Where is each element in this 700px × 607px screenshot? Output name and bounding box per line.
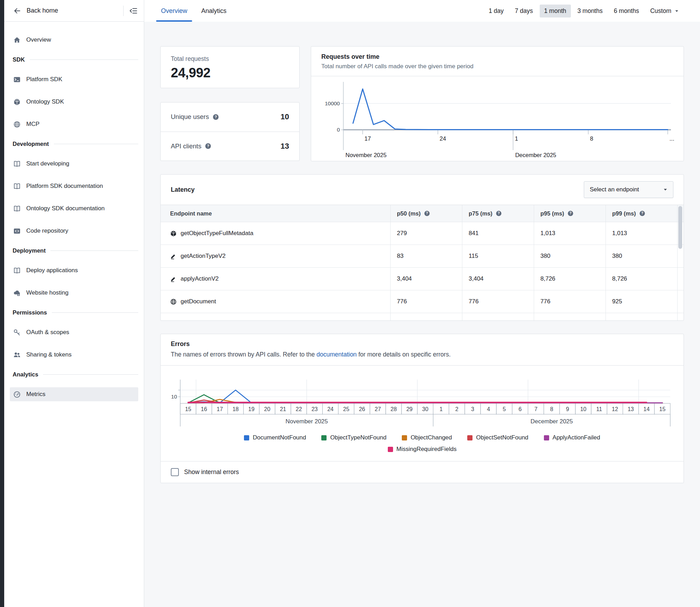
legend-item-objecttypenotfound[interactable]: ObjectTypeNotFound bbox=[321, 434, 386, 441]
requests-over-time-chart: 010000172418...November 2025December 202… bbox=[311, 76, 684, 161]
time-range-selector: 1 day7 days1 month3 months6 monthsCustom bbox=[484, 0, 684, 22]
partial-row-cell bbox=[462, 313, 534, 320]
latency-value-cell: 1,013 bbox=[606, 222, 677, 245]
latency-value-cell: 279 bbox=[390, 222, 462, 245]
show-internal-errors-checkbox[interactable] bbox=[171, 468, 179, 476]
svg-text:11: 11 bbox=[596, 406, 602, 412]
range-label: Custom bbox=[650, 7, 671, 15]
svg-text:7: 7 bbox=[534, 406, 538, 412]
legend-swatch-icon bbox=[244, 435, 249, 440]
back-home-label: Back home bbox=[27, 7, 58, 14]
tab-label: Analytics bbox=[201, 7, 226, 15]
sidebar-item-label: Start developing bbox=[26, 160, 69, 167]
sidebar-item-label: Deploy applications bbox=[26, 267, 78, 274]
svg-text:6: 6 bbox=[519, 406, 522, 412]
svg-text:15: 15 bbox=[659, 406, 666, 412]
documentation-link[interactable]: documentation bbox=[316, 351, 357, 358]
svg-text:?: ? bbox=[498, 211, 500, 215]
sidebar-item-deploy-applications[interactable]: Deploy applications bbox=[10, 263, 138, 277]
col-p99-ms: p99 (ms)? bbox=[606, 205, 677, 222]
help-icon[interactable]: ? bbox=[212, 114, 219, 120]
section-header-analytics: Analytics bbox=[13, 370, 138, 379]
collapse-sidebar-icon[interactable] bbox=[129, 7, 138, 15]
svg-text:13: 13 bbox=[628, 406, 634, 412]
action-icon bbox=[170, 276, 177, 282]
help-icon: ? bbox=[639, 210, 645, 217]
range-1-month[interactable]: 1 month bbox=[540, 5, 571, 17]
legend-item-applyactionfailed[interactable]: ApplyActionFailed bbox=[544, 434, 600, 441]
range-label: 6 months bbox=[614, 7, 639, 15]
help-icon[interactable]: ? bbox=[205, 143, 211, 149]
sidebar-item-overview[interactable]: Overview bbox=[10, 33, 138, 47]
sidebar-item-label: Sharing & tokens bbox=[26, 351, 71, 358]
range-custom[interactable]: Custom bbox=[646, 5, 684, 17]
tab-analytics[interactable]: Analytics bbox=[196, 0, 231, 22]
svg-text:10: 10 bbox=[580, 406, 587, 412]
sidebar-item-code-repository[interactable]: Code repository bbox=[10, 224, 138, 238]
sidebar-item-oauth-scopes[interactable]: OAuth & scopes bbox=[10, 325, 138, 339]
latency-value-cell: 8,726 bbox=[534, 267, 606, 290]
sidebar-item-mcp[interactable]: MCP bbox=[10, 117, 138, 131]
section-label: Analytics bbox=[13, 371, 38, 378]
legend-item-documentnotfound[interactable]: DocumentNotFound bbox=[244, 434, 306, 441]
sidebar-header: Back home bbox=[4, 0, 144, 22]
svg-text:19: 19 bbox=[248, 406, 254, 412]
svg-text:November 2025: November 2025 bbox=[345, 152, 386, 158]
endpoint-select[interactable]: Select an endpoint bbox=[584, 181, 673, 198]
column-label: p50 (ms) bbox=[397, 210, 421, 217]
endpoint-name-cell: getDocument bbox=[161, 290, 390, 313]
sidebar-item-metrics[interactable]: Metrics bbox=[10, 387, 138, 401]
show-internal-errors-row: Show internal errors bbox=[161, 461, 684, 483]
range-6-months[interactable]: 6 months bbox=[609, 5, 644, 17]
header-divider bbox=[123, 6, 124, 16]
range-7-days[interactable]: 7 days bbox=[510, 5, 538, 17]
legend-item-objectchanged[interactable]: ObjectChanged bbox=[402, 434, 452, 441]
svg-text:0: 0 bbox=[337, 127, 340, 133]
svg-text:28: 28 bbox=[391, 406, 397, 412]
table-scrollbar[interactable] bbox=[678, 206, 682, 249]
svg-text:3: 3 bbox=[471, 406, 474, 412]
svg-text:8: 8 bbox=[590, 135, 593, 142]
latency-title: Latency bbox=[171, 186, 195, 193]
sidebar-item-ontology-sdk-documentation[interactable]: Ontology SDK documentation bbox=[10, 202, 138, 216]
requests-chart-subtitle: Total number of API calls made over the … bbox=[321, 63, 673, 70]
range-3-months[interactable]: 3 months bbox=[573, 5, 607, 17]
requests-over-time-card: Requests over time Total number of API c… bbox=[311, 46, 684, 161]
latency-value-cell: 776 bbox=[462, 290, 534, 313]
legend-item-missingrequiredfields[interactable]: MissingRequiredFields bbox=[388, 446, 457, 453]
sidebar-item-platform-sdk-documentation[interactable]: Platform SDK documentation bbox=[10, 179, 138, 193]
sidebar-item-sharing-tokens[interactable]: Sharing & tokens bbox=[10, 348, 138, 362]
back-home-button[interactable]: Back home bbox=[13, 7, 58, 15]
section-rule bbox=[50, 250, 138, 251]
sidebar-item-label: Website hosting bbox=[26, 289, 69, 296]
svg-text:2: 2 bbox=[455, 406, 458, 412]
section-header-development: Development bbox=[13, 140, 138, 148]
tab-overview[interactable]: Overview bbox=[156, 0, 192, 22]
svg-text:...: ... bbox=[670, 135, 674, 142]
svg-text:17: 17 bbox=[217, 406, 223, 412]
latency-value-cell: 380 bbox=[534, 245, 606, 267]
column-label: p75 (ms) bbox=[469, 210, 492, 217]
sidebar-item-label: Platform SDK documentation bbox=[26, 183, 103, 190]
section-header-sdk: SDK bbox=[13, 55, 138, 64]
endpoint-name: getDocument bbox=[181, 298, 216, 305]
legend-label: ObjectChanged bbox=[411, 434, 452, 441]
endpoint-name-cell: applyActionV2 bbox=[161, 267, 390, 290]
legend-item-objectsetnotfound[interactable]: ObjectSetNotFound bbox=[467, 434, 528, 441]
range-1-day[interactable]: 1 day bbox=[484, 5, 508, 17]
svg-text:29: 29 bbox=[406, 406, 413, 412]
sidebar-item-ontology-sdk[interactable]: Ontology SDK bbox=[10, 95, 138, 109]
svg-text:November 2025: November 2025 bbox=[286, 418, 328, 425]
help-icon: ? bbox=[424, 210, 430, 217]
sidebar-item-website-hosting[interactable]: Website hosting bbox=[10, 286, 138, 300]
errors-over-time-chart: 1015161718192021222324252627282930123456… bbox=[171, 377, 673, 428]
section-label: Permissions bbox=[13, 309, 47, 316]
total-requests-card: Total requests 24,992 bbox=[160, 46, 300, 88]
svg-text:26: 26 bbox=[359, 406, 365, 412]
sidebar-item-start-developing[interactable]: Start developing bbox=[10, 157, 138, 171]
sidebar-item-platform-sdk[interactable]: Platform SDK bbox=[10, 72, 138, 86]
book-icon bbox=[13, 205, 21, 212]
partial-row-cell bbox=[606, 313, 677, 320]
latency-value-cell: 925 bbox=[606, 290, 677, 313]
home-icon bbox=[13, 36, 21, 44]
